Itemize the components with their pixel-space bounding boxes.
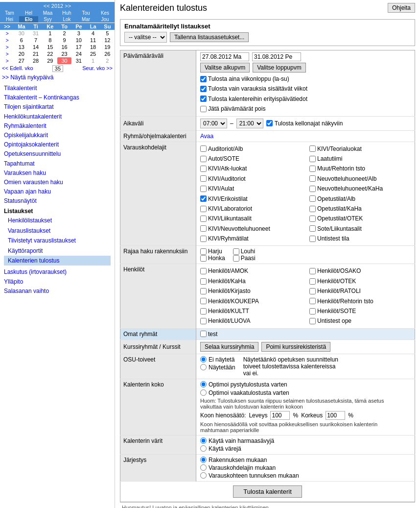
help-button[interactable]: Ohjeita bbox=[388, 3, 415, 13]
month-kes[interactable]: Kes bbox=[95, 10, 115, 16]
checkbox-jata-pvm-input[interactable] bbox=[200, 106, 207, 112]
cal-day[interactable]: 20 bbox=[14, 50, 28, 57]
prev-week-link[interactable]: << Edell. vko bbox=[2, 65, 33, 72]
varaus-cb-auditoriot-alb[interactable] bbox=[200, 145, 207, 152]
cal-day[interactable]: 31 bbox=[71, 57, 86, 64]
varaus-cb-kivi-auditoriot[interactable] bbox=[200, 175, 207, 182]
cal-day[interactable]: 21 bbox=[29, 50, 43, 57]
sidebar-item-henkilokuntakalenterit[interactable]: Henkilökuntakalenterit bbox=[4, 112, 111, 121]
month-hel[interactable]: Hel bbox=[19, 10, 38, 16]
week-number[interactable]: > bbox=[0, 44, 14, 50]
cal-day[interactable]: 24 bbox=[71, 50, 86, 57]
jarj-rakennus[interactable]: Rakennuksen mukaan bbox=[200, 457, 411, 463]
koko-pysty[interactable]: Optimoi pystytulostusta varten bbox=[200, 381, 411, 388]
rajaa-cb-harju[interactable] bbox=[200, 248, 207, 255]
checkbox-varauksia-input[interactable] bbox=[200, 86, 207, 92]
month-tam[interactable]: Tam bbox=[0, 10, 19, 16]
henk-cb-amok[interactable] bbox=[200, 268, 207, 274]
print-button[interactable]: Tulosta kalenterit bbox=[233, 485, 302, 498]
preset-dropdown[interactable]: -- valitse -- bbox=[124, 32, 167, 43]
ryhma-avaa-link[interactable]: Avaa bbox=[200, 133, 213, 140]
cal-day[interactable]: 30 bbox=[14, 30, 28, 37]
cal-day[interactable]: 2 bbox=[100, 57, 115, 64]
checkbox-erityispaivat-input[interactable] bbox=[200, 96, 207, 102]
jarj-radio-varauskohteen[interactable] bbox=[200, 472, 207, 479]
henk-cb-ratoli[interactable] bbox=[309, 288, 316, 294]
koko-height-input[interactable] bbox=[326, 411, 345, 420]
cal-day[interactable]: 31 bbox=[29, 30, 43, 37]
henk-cb-luova[interactable] bbox=[200, 318, 207, 324]
sidebar-item-tilakalenterit-konting[interactable]: Tilakalenterit – Kontinkangas bbox=[4, 93, 111, 102]
varaus-cb-muut-rehtori[interactable] bbox=[309, 166, 316, 172]
sidebar-item-statusnaytot[interactable]: Statusnäytöt bbox=[4, 196, 111, 206]
cal-day[interactable]: 15 bbox=[43, 44, 57, 50]
select-start-date-button[interactable]: Valitse alkupvm bbox=[200, 63, 250, 73]
koko-width-input[interactable] bbox=[270, 411, 290, 420]
varaus-cb-opetustilat-otek[interactable] bbox=[309, 216, 316, 222]
sidebar-item-omien-varausten-haku[interactable]: Omien varausten haku bbox=[4, 178, 111, 187]
end-time-select[interactable]: 21:00 bbox=[236, 119, 263, 128]
varaus-cb-kivi-liikuntasalit[interactable] bbox=[200, 216, 207, 222]
week-number[interactable]: > bbox=[0, 57, 14, 64]
cal-day[interactable]: 29 bbox=[43, 57, 57, 64]
cal-day[interactable]: 18 bbox=[86, 44, 100, 50]
poimi-kurssirekisteri-button[interactable]: Poimi kurssirekisteristä bbox=[261, 342, 330, 352]
vari-radio-harmaa[interactable] bbox=[200, 437, 207, 444]
cal-day[interactable]: 16 bbox=[57, 44, 71, 50]
cal-day[interactable]: 11 bbox=[86, 37, 100, 44]
vari-radio-vareja[interactable] bbox=[200, 445, 207, 452]
next-week-link[interactable]: Seur. vko >> bbox=[82, 65, 113, 72]
cal-day[interactable]: 17 bbox=[71, 44, 86, 50]
vari-harmaa[interactable]: Käytä vain harmaasävyjä bbox=[200, 437, 411, 444]
rajaa-cb-paasi[interactable] bbox=[233, 255, 239, 262]
varaus-cb-laatutiimi[interactable] bbox=[309, 156, 316, 162]
varaus-cb-kivi-ryhmatilat[interactable] bbox=[200, 236, 207, 242]
cal-day[interactable]: 2 bbox=[57, 30, 71, 37]
jarj-varauskohteen[interactable]: Varauskohteen tunnuksen mukaan bbox=[200, 472, 411, 479]
calendar-nav-prev[interactable]: << bbox=[44, 3, 50, 9]
varaus-cb-opetustilat-alb[interactable] bbox=[309, 195, 316, 202]
vari-vareja[interactable]: Käytä värejä bbox=[200, 445, 411, 452]
henk-cb-osako[interactable] bbox=[309, 268, 316, 274]
sidebar-item-laskutus[interactable]: Laskutus (irtovaraukset) bbox=[4, 267, 111, 277]
checkbox-erityispaivat[interactable]: Tulosta kalentereihin erityispäivätiedot bbox=[200, 94, 411, 104]
select-end-date-button[interactable]: Valitse loppupvm bbox=[253, 63, 306, 73]
osu-ei-nayteta[interactable]: Ei näytetä bbox=[200, 356, 235, 363]
cal-day[interactable]: 22 bbox=[43, 50, 57, 57]
month-jou[interactable]: Jou bbox=[95, 16, 115, 23]
show-today-link[interactable]: >> Näytä nykypäivä bbox=[2, 74, 53, 81]
cal-day[interactable]: 5 bbox=[100, 30, 115, 37]
sidebar-item-opetuksensuunnittelu[interactable]: Opetuksensuunnittelu bbox=[4, 149, 111, 159]
varaus-cb-kivi-laboratoriot[interactable] bbox=[200, 206, 207, 212]
cal-day[interactable]: 6 bbox=[14, 37, 28, 44]
jarj-varauskohdelajin[interactable]: Varauskohdelajin mukaan bbox=[200, 464, 411, 471]
jarj-radio-varauskohdelajin[interactable] bbox=[200, 464, 207, 471]
cal-day[interactable]: 7 bbox=[29, 37, 43, 44]
month-maa[interactable]: Maa bbox=[38, 10, 57, 16]
osu-radio-naytetaan[interactable] bbox=[200, 364, 207, 370]
week-number[interactable]: > bbox=[0, 37, 14, 44]
month-elo[interactable]: Elo bbox=[19, 16, 38, 23]
print-times-label[interactable]: Tulosta kellonajat näkyviin bbox=[266, 120, 343, 127]
henk-cb-sote[interactable] bbox=[309, 308, 316, 314]
start-time-select[interactable]: 07:00 bbox=[200, 119, 227, 128]
sidebar-item-tiivistetyt[interactable]: Tiivistetyt varauslistaukset bbox=[4, 236, 111, 245]
start-date-input[interactable] bbox=[200, 52, 249, 61]
cal-day[interactable]: 25 bbox=[86, 50, 100, 57]
osu-radio-ei[interactable] bbox=[200, 356, 207, 363]
varaus-cb-kivi-neuvottelu[interactable] bbox=[200, 225, 207, 232]
koko-radio-pysty[interactable] bbox=[200, 381, 207, 387]
sidebar-item-tilojen-sijaintikartat[interactable]: Tilojen sijaintikartat bbox=[4, 102, 111, 112]
varaus-cb-kivi-erikoistilat[interactable] bbox=[200, 195, 207, 202]
checkbox-varauksia[interactable]: Tulosta vain varauksia sisältävät viikot bbox=[200, 84, 411, 94]
sidebar-item-yllapito[interactable]: Ylläpito bbox=[4, 277, 111, 287]
cal-day[interactable]: 19 bbox=[100, 44, 115, 50]
sidebar-item-kayttoraporttit[interactable]: Käyttöraportit bbox=[4, 246, 111, 256]
varaus-cb-untistest-tila[interactable] bbox=[309, 236, 316, 242]
sidebar-item-kalenterien-tulostus[interactable]: Kalenterien tulostus bbox=[4, 256, 111, 266]
month-syy[interactable]: Syy bbox=[38, 16, 57, 23]
omat-cb-test[interactable] bbox=[200, 331, 207, 337]
month-lok[interactable]: Lok bbox=[57, 16, 76, 23]
sidebar-item-tapahtumat[interactable]: Tapahtumat bbox=[4, 159, 111, 169]
henk-cb-kultt[interactable] bbox=[200, 308, 207, 314]
